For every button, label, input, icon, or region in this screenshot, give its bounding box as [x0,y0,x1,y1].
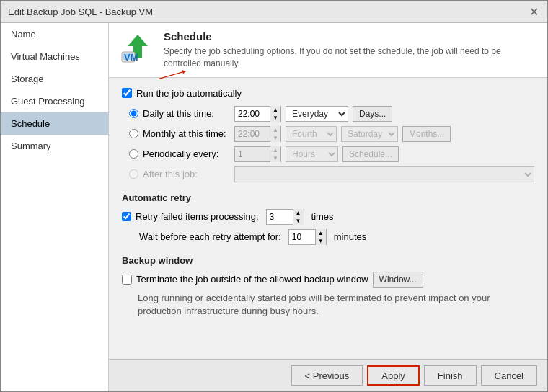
wait-down[interactable]: ▼ [316,237,326,245]
periodic-spinbtns: ▲ ▼ [270,146,280,162]
retry-section-title: Automatic retry [122,192,534,203]
monthly-combo2[interactable]: Saturday Sunday Monday [341,126,398,142]
monthly-combo1[interactable]: Fourth First Second Third Last [286,126,337,142]
periodic-combo[interactable]: Hours Minutes [286,146,338,162]
footer: < Previous Apply Finish Cancel [109,359,547,391]
header-section: VM Schedule Specify the job scheduling o… [109,23,547,78]
schedule-options: Daily at this time: ▲ ▼ Everyday Weekday… [129,106,534,182]
backup-desc: Long running or accidentally started job… [138,292,534,318]
daily-time-down[interactable]: ▼ [270,114,280,122]
main-content: VM Schedule Specify the job scheduling o… [109,23,547,391]
periodic-up[interactable]: ▲ [270,146,280,154]
sidebar-item-summary[interactable]: Summary [1,135,108,157]
terminate-label: Terminate the job outside of the allowed… [136,274,368,285]
previous-button[interactable]: < Previous [291,365,363,386]
daily-time-up[interactable]: ▲ [270,106,280,114]
days-button[interactable]: Days... [353,106,392,122]
monthly-time-down[interactable]: ▼ [270,134,280,142]
retry-spinner: ▲ ▼ [266,209,304,225]
daily-radio[interactable] [129,109,138,118]
monthly-label: Monthly at this time: [129,128,230,139]
periodic-label: Periodically every: [129,148,230,159]
daily-time-spinbtns: ▲ ▼ [270,106,280,122]
monthly-time-up[interactable]: ▲ [270,126,280,134]
wait-row: Wait before each retry attempt for: ▲ ▼ … [139,229,534,245]
daily-label: Daily at this time: [129,108,230,119]
dialog: Edit Backup Job SQL - Backup VM ✕ Name V… [0,0,548,392]
retry-checkbox[interactable] [122,212,131,221]
after-job-label: After this job: [129,169,230,179]
sidebar-item-name[interactable]: Name [1,23,108,45]
header-title: Schedule [164,30,536,43]
wait-label: Wait before each retry attempt for: [139,231,281,242]
retry-unit: times [311,211,334,222]
schedule-button[interactable]: Schedule... [342,146,399,162]
svg-text:VM: VM [124,52,138,63]
periodic-row: Periodically every: ▲ ▼ Hours Minutes [129,146,534,162]
wait-unit: minutes [334,231,367,242]
header-description: Specify the job scheduling options. If y… [164,45,536,70]
backup-window-title: Backup window [122,255,534,266]
retry-up[interactable]: ▲ [293,209,304,217]
months-button[interactable]: Months... [402,126,451,142]
sidebar-item-storage[interactable]: Storage [1,68,108,90]
run-auto-checkbox[interactable] [122,88,132,98]
content-area: Run the job automatically Daily at this … [109,78,547,359]
window-button[interactable]: Window... [373,272,423,288]
terminate-checkbox[interactable] [122,275,132,285]
header-icon: VM [120,30,155,65]
periodic-input[interactable] [235,147,270,161]
retry-down[interactable]: ▼ [293,217,304,225]
wait-spinbtns: ▲ ▼ [315,229,326,245]
dialog-title: Edit Backup Job SQL - Backup VM [8,6,153,17]
header-text: Schedule Specify the job scheduling opti… [164,30,536,70]
daily-time-input[interactable] [235,107,270,121]
retry-input[interactable] [267,210,293,224]
daily-time-spinner: ▲ ▼ [234,106,281,122]
apply-button[interactable]: Apply [367,365,420,386]
after-job-combo[interactable] [234,166,534,182]
monthly-row: Monthly at this time: ▲ ▼ Fourth First [129,126,534,142]
dialog-body: Name Virtual Machines Storage Guest Proc… [1,23,547,391]
monthly-time-spinner: ▲ ▼ [234,126,281,142]
retry-spinbtns: ▲ ▼ [293,209,304,225]
daily-combo[interactable]: Everyday Weekdays Weekends [286,106,348,122]
daily-row: Daily at this time: ▲ ▼ Everyday Weekday… [129,106,534,122]
monthly-time-spinbtns: ▲ ▼ [270,126,280,142]
periodic-radio[interactable] [129,149,138,159]
after-job-row: After this job: [129,166,534,182]
after-job-radio[interactable] [129,169,138,179]
periodic-spinner: ▲ ▼ [234,146,281,162]
monthly-time-input[interactable] [235,127,270,141]
cancel-button[interactable]: Cancel [481,365,537,386]
sidebar-item-schedule[interactable]: Schedule [1,112,108,135]
sidebar-item-guest-processing[interactable]: Guest Processing [1,90,108,112]
close-button[interactable]: ✕ [527,5,540,18]
sidebar-item-virtual-machines[interactable]: Virtual Machines [1,45,108,68]
periodic-down[interactable]: ▼ [270,154,280,162]
title-bar: Edit Backup Job SQL - Backup VM ✕ [1,1,547,23]
wait-spinner: ▲ ▼ [288,229,327,245]
wait-up[interactable]: ▲ [316,229,326,237]
svg-line-4 [159,71,185,79]
monthly-radio[interactable] [129,129,138,138]
backup-window-row: Terminate the job outside of the allowed… [122,272,534,288]
retry-label: Retry failed items processing: [136,211,259,222]
wait-input[interactable] [289,230,315,244]
finish-button[interactable]: Finish [424,365,477,386]
retry-row: Retry failed items processing: ▲ ▼ times [122,209,534,225]
sidebar: Name Virtual Machines Storage Guest Proc… [1,23,109,391]
